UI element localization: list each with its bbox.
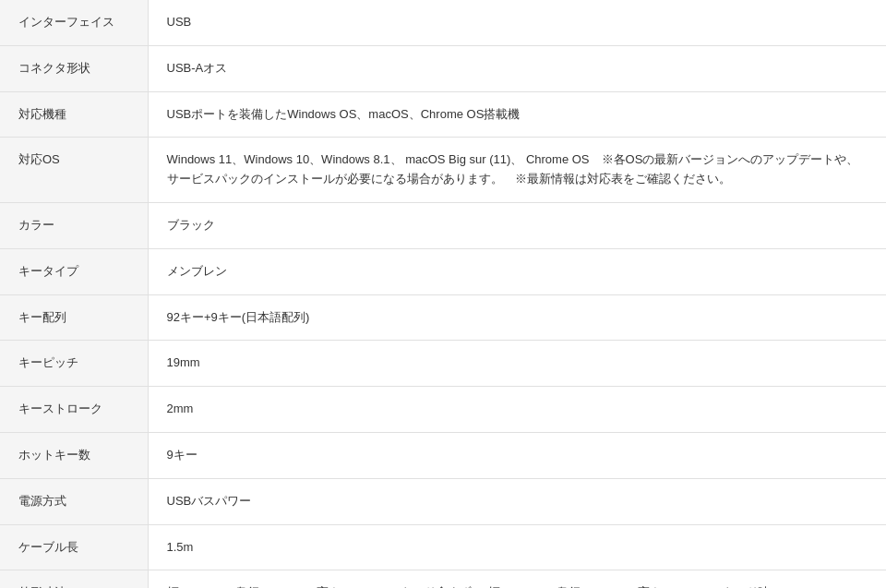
spec-value: ブラック: [148, 202, 886, 248]
table-row: 電源方式USBバスパワー: [0, 478, 886, 524]
spec-value: USB: [148, 0, 886, 45]
spec-value: 1.5m: [148, 524, 886, 570]
spec-label: キーストローク: [0, 387, 148, 433]
table-row: コネクタ形状USB-Aオス: [0, 45, 886, 91]
table-row: 外形寸法幅361.6mm×奥行139.8mm×高さ26.3mm(スタンド含まず)…: [0, 570, 886, 588]
spec-value: 19mm: [148, 341, 886, 387]
table-row: キー配列92キー+9キー(日本語配列): [0, 294, 886, 341]
spec-label: 電源方式: [0, 478, 148, 524]
table-row: キーピッチ19mm: [0, 341, 886, 387]
spec-value: 幅361.6mm×奥行139.8mm×高さ26.3mm(スタンド含まず)、幅36…: [148, 570, 886, 588]
spec-value: メンブレン: [148, 248, 886, 294]
table-row: ホットキー数9キー: [0, 432, 886, 478]
spec-label: キー配列: [0, 294, 148, 341]
table-row: キータイプメンブレン: [0, 248, 886, 294]
spec-label: 対応OS: [0, 138, 148, 203]
spec-label: ケーブル長: [0, 524, 148, 570]
table-row: インターフェイスUSB: [0, 0, 886, 45]
spec-label: キーピッチ: [0, 341, 148, 387]
spec-value: 9キー: [148, 432, 886, 478]
table-row: 対応OSWindows 11、Windows 10、Windows 8.1、 m…: [0, 138, 886, 203]
spec-label: 対応機種: [0, 91, 148, 138]
spec-label: インターフェイス: [0, 0, 148, 45]
spec-label: 外形寸法: [0, 570, 148, 588]
table-row: カラーブラック: [0, 202, 886, 248]
table-row: 対応機種USBポートを装備したWindows OS、macOS、Chrome O…: [0, 91, 886, 138]
spec-label: カラー: [0, 202, 148, 248]
spec-label: キータイプ: [0, 248, 148, 294]
spec-label: コネクタ形状: [0, 45, 148, 91]
spec-value: USB-Aオス: [148, 45, 886, 91]
spec-value: USBポートを装備したWindows OS、macOS、Chrome OS搭載機: [148, 91, 886, 138]
spec-value: USBバスパワー: [148, 478, 886, 524]
spec-table: インターフェイスUSBコネクタ形状USB-Aオス対応機種USBポートを装備したW…: [0, 0, 886, 588]
spec-label: ホットキー数: [0, 432, 148, 478]
spec-value: Windows 11、Windows 10、Windows 8.1、 macOS…: [148, 138, 886, 203]
spec-value: 2mm: [148, 387, 886, 433]
spec-value: 92キー+9キー(日本語配列): [148, 294, 886, 341]
table-row: キーストローク2mm: [0, 387, 886, 433]
table-row: ケーブル長1.5m: [0, 524, 886, 570]
